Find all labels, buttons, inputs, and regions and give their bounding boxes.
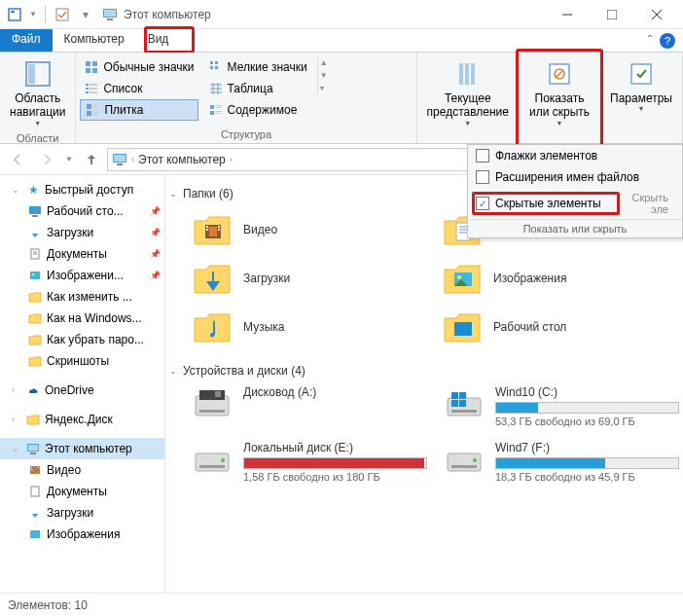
tree-pictures[interactable]: Изображени...📌 <box>0 265 164 286</box>
layout-content-icon <box>208 102 224 118</box>
svg-rect-83 <box>199 390 225 400</box>
tree-video[interactable]: Видео <box>0 459 164 481</box>
layout-scroll-down-icon[interactable]: ▼ <box>318 69 330 82</box>
svg-rect-41 <box>215 111 222 112</box>
tab-file[interactable]: Файл <box>0 29 53 52</box>
close-button[interactable] <box>634 0 679 29</box>
nav-up-button[interactable] <box>78 146 105 173</box>
layout-tiles[interactable]: Плитка <box>80 99 198 121</box>
svg-point-94 <box>221 458 225 462</box>
svg-point-59 <box>32 273 34 275</box>
tree-desktop[interactable]: Рабочий сто...📌 <box>0 200 164 222</box>
maximize-button[interactable] <box>590 0 634 29</box>
show-hide-label: Показать или скрыть <box>529 91 590 120</box>
drive-floppy-a[interactable]: Дисковод (A:) <box>191 385 427 427</box>
layout-list-icon <box>84 81 99 96</box>
folder-icon <box>27 289 43 305</box>
folder-downloads-icon <box>191 257 234 300</box>
tree-documents[interactable]: Документы📌 <box>0 243 164 265</box>
current-view-button[interactable]: Текущее представление ▼ <box>421 54 515 131</box>
qat-properties-icon[interactable] <box>4 4 25 25</box>
expand-icon[interactable]: › <box>12 415 21 424</box>
svg-rect-19 <box>215 66 218 69</box>
options-button[interactable]: Параметры ▼ <box>604 54 678 118</box>
expand-icon[interactable]: ⌄ <box>12 444 21 453</box>
svg-rect-61 <box>28 445 38 451</box>
layout-table[interactable]: Таблица <box>204 78 311 99</box>
folder-video[interactable]: Видео <box>191 208 429 251</box>
svg-rect-53 <box>29 206 41 214</box>
svg-rect-1 <box>11 11 15 13</box>
svg-rect-88 <box>451 392 458 399</box>
titlebar: ▼ ▾ Этот компьютер <box>0 0 683 29</box>
folder-downloads[interactable]: Загрузки <box>191 257 429 300</box>
show-hide-button[interactable]: Показать или скрыть ▼ <box>523 54 595 131</box>
svg-rect-73 <box>218 229 220 231</box>
tree-screenshots[interactable]: Скриншоты <box>0 350 164 372</box>
tree-how-change[interactable]: Как изменить ... <box>0 286 164 308</box>
folder-pictures[interactable]: Изображения <box>441 257 679 300</box>
svg-rect-72 <box>218 226 220 228</box>
this-pc-icon <box>112 152 127 167</box>
breadcrumb-sep-icon[interactable]: › <box>131 155 134 164</box>
nav-back-button[interactable] <box>4 146 31 173</box>
dropdown-item-checkboxes[interactable]: Флажки элементов <box>468 145 682 166</box>
tree-this-pc[interactable]: ⌄Этот компьютер <box>0 438 164 459</box>
qat-checkbox-icon[interactable] <box>52 4 73 25</box>
status-item-count: Элементов: 10 <box>8 598 88 612</box>
drive-c[interactable]: Wind10 (C:) 53,3 ГБ свободно из 69,0 ГБ <box>443 385 679 427</box>
tree-documents-2[interactable]: Документы <box>0 481 164 502</box>
checkbox-checked-icon[interactable]: ✓ <box>476 197 489 210</box>
ribbon-collapse-icon[interactable]: ˆ <box>648 34 652 48</box>
svg-rect-89 <box>459 392 466 399</box>
svg-rect-7 <box>607 10 617 19</box>
drive-f[interactable]: Wind7 (F:) 18,3 ГБ свободно из 45,9 ГБ <box>443 441 679 483</box>
layout-normal-icons[interactable]: Обычные значки <box>80 56 198 78</box>
layout-more-icon[interactable]: ▾ <box>318 82 330 94</box>
minimize-button[interactable] <box>545 0 590 29</box>
section-drives-header[interactable]: ⌄ Устройства и диски (4) <box>169 360 679 381</box>
breadcrumb-sep-icon[interactable]: › <box>230 155 233 164</box>
dropdown-hidden-items[interactable]: ✓ Скрытые элементы Скрыть эле <box>468 188 682 219</box>
folder-music[interactable]: Музыка <box>191 306 429 348</box>
navigation-tree: ⌄★Быстрый доступ Рабочий сто...📌 Загрузк… <box>0 175 165 593</box>
tree-pictures-2[interactable]: Изображения <box>0 524 164 545</box>
checkbox-unchecked-icon[interactable] <box>476 149 489 163</box>
tree-onedrive[interactable]: ›OneDrive <box>0 380 164 401</box>
tree-downloads-2[interactable]: Загрузки <box>0 502 164 524</box>
tree-how-windows[interactable]: Как на Windows... <box>0 308 164 329</box>
checkbox-unchecked-icon[interactable] <box>476 170 489 184</box>
this-pc-icon <box>25 441 41 456</box>
ribbon-tabs: Файл Компьютер Вид ˆ ? <box>0 29 683 53</box>
tab-computer[interactable]: Компьютер <box>53 29 136 52</box>
folder-desktop[interactable]: Рабочий стол <box>441 306 679 348</box>
documents-icon <box>27 246 43 262</box>
layout-content[interactable]: Содержимое <box>204 99 311 121</box>
expand-icon[interactable]: ⌄ <box>12 185 21 195</box>
nav-forward-button[interactable] <box>33 146 60 173</box>
layout-list[interactable]: Список <box>80 78 198 99</box>
svg-rect-67 <box>31 487 39 496</box>
svg-rect-18 <box>210 66 213 69</box>
nav-history-button[interactable]: ▼ <box>62 146 76 173</box>
qat-overflow-icon[interactable]: ▾ <box>75 4 96 25</box>
layout-small-icons[interactable]: Мелкие значки <box>204 56 311 78</box>
tree-yandex-disk[interactable]: ›Яндекс.Диск <box>0 409 164 430</box>
dropdown-file-extensions[interactable]: Расширения имен файлов <box>468 166 682 188</box>
tab-view[interactable]: Вид <box>136 29 181 52</box>
svg-rect-68 <box>30 530 40 538</box>
tree-quick-access[interactable]: ⌄★Быстрый доступ <box>0 179 164 200</box>
navigation-pane-button[interactable]: Область навигации ▼ <box>4 54 71 131</box>
tree-how-remove[interactable]: Как убрать паро... <box>0 329 164 350</box>
breadcrumb-location[interactable]: Этот компьютер <box>138 153 226 166</box>
expand-icon[interactable]: › <box>12 385 21 395</box>
this-pc-icon <box>102 7 118 22</box>
qat-dropdown-icon[interactable]: ▼ <box>27 4 39 25</box>
svg-rect-38 <box>215 105 222 106</box>
help-icon[interactable]: ? <box>660 33 675 49</box>
layout-scroll-up-icon[interactable]: ▲ <box>318 56 330 69</box>
tree-downloads[interactable]: Загрузки📌 <box>0 222 164 243</box>
drive-e[interactable]: Локальный диск (E:) 1,58 ГБ свободно из … <box>191 441 427 483</box>
svg-rect-90 <box>451 400 458 407</box>
svg-rect-11 <box>28 64 35 84</box>
